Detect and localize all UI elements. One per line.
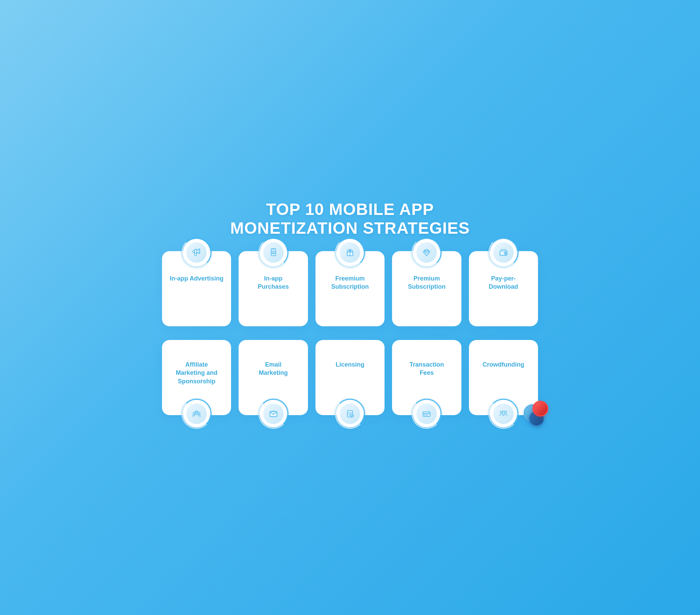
card-affiliate-marketing: AffiliateMarketing andSponsorship xyxy=(162,340,231,415)
icon-wrap-in-app-advertising xyxy=(183,239,210,266)
icon-wrap-premium xyxy=(413,239,440,266)
svg-rect-1 xyxy=(195,254,197,256)
svg-point-19 xyxy=(429,250,430,250)
icon-wrap-in-app-purchases: $ xyxy=(260,239,287,266)
coin-dark-blue xyxy=(529,411,544,426)
svg-point-24 xyxy=(193,412,195,414)
icon-wrap-email xyxy=(260,400,287,427)
icon-wrap-transaction xyxy=(413,400,440,427)
card-label-affiliate: AffiliateMarketing andSponsorship xyxy=(176,354,217,385)
icon-outer xyxy=(490,239,517,266)
svg-text:$: $ xyxy=(502,412,503,414)
icon-outer: $ xyxy=(490,400,517,427)
card-label-email: EmailMarketing xyxy=(259,354,288,377)
svg-rect-6 xyxy=(272,249,274,250)
svg-point-33 xyxy=(350,414,353,417)
card-freemium-subscription: FreemiumSubscription xyxy=(315,251,385,326)
affiliate-group-icon xyxy=(186,403,207,424)
icon-outer xyxy=(336,239,364,266)
icon-wrap-pay-per-download xyxy=(490,239,517,266)
megaphone-icon xyxy=(186,242,207,263)
icon-outer xyxy=(413,239,440,266)
svg-point-21 xyxy=(504,252,507,254)
card-premium-subscription: PremiumSubscription xyxy=(392,251,461,326)
svg-point-2 xyxy=(193,251,195,253)
svg-rect-0 xyxy=(195,249,197,254)
email-star-icon xyxy=(263,403,284,424)
card-crowdfunding: Crowdfunding $ xyxy=(469,340,538,415)
transaction-card-icon xyxy=(416,403,437,424)
svg-point-23 xyxy=(195,411,198,414)
svg-text:$: $ xyxy=(272,252,274,254)
svg-point-10 xyxy=(348,249,349,250)
svg-point-11 xyxy=(352,249,352,250)
license-stamp-icon xyxy=(340,403,360,424)
icon-wrap-licensing xyxy=(336,400,364,427)
card-licensing: Licensing xyxy=(315,340,385,415)
icon-outer: $ xyxy=(260,239,287,266)
svg-point-26 xyxy=(196,411,197,412)
svg-point-39 xyxy=(504,411,507,413)
card-email-marketing: EmailMarketing xyxy=(239,340,308,415)
icon-wrap-crowdfunding: $ xyxy=(490,400,517,427)
icon-wrap-freemium xyxy=(336,239,364,266)
icon-outer xyxy=(183,239,210,266)
svg-rect-37 xyxy=(426,414,428,415)
svg-point-25 xyxy=(198,412,200,414)
svg-rect-34 xyxy=(423,412,430,416)
card-in-app-purchases: $ In-appPurchases xyxy=(239,251,308,326)
gift-sparkle-icon xyxy=(340,242,360,263)
svg-rect-7 xyxy=(347,252,353,255)
coin-decoration xyxy=(517,394,545,422)
card-label-premium: PremiumSubscription xyxy=(408,274,445,291)
svg-rect-8 xyxy=(347,251,353,252)
icon-wrap-affiliate xyxy=(183,400,210,427)
svg-line-16 xyxy=(424,249,425,252)
crowdfunding-people-icon: $ xyxy=(493,403,514,424)
card-label-in-app-advertising: In-app Advertising xyxy=(170,274,224,283)
icon-outer xyxy=(183,400,210,427)
svg-rect-36 xyxy=(424,414,426,415)
svg-point-40 xyxy=(502,410,504,412)
svg-rect-27 xyxy=(270,412,277,417)
svg-point-38 xyxy=(500,411,503,413)
svg-rect-3 xyxy=(271,249,275,256)
svg-marker-28 xyxy=(272,410,274,412)
card-label-freemium: FreemiumSubscription xyxy=(331,274,369,291)
card-label-crowdfunding: Crowdfunding xyxy=(483,354,524,369)
svg-point-18 xyxy=(424,249,425,250)
diamond-icon xyxy=(416,242,437,263)
card-transaction-fees: TransactionFees xyxy=(392,340,461,415)
svg-marker-14 xyxy=(425,249,428,254)
icon-outer xyxy=(336,400,364,427)
svg-marker-13 xyxy=(424,249,430,256)
page-container: TOP 10 MOBILE APP MONETIZATION STRATEGIE… xyxy=(162,200,538,415)
icon-outer xyxy=(413,400,440,427)
card-label-transaction: TransactionFees xyxy=(410,354,444,377)
wallet-download-icon xyxy=(493,242,514,263)
card-label-licensing: Licensing xyxy=(336,354,364,369)
icon-outer xyxy=(260,400,287,427)
svg-rect-20 xyxy=(500,251,507,255)
coin-blue xyxy=(524,404,541,422)
card-in-app-advertising: In-app Advertising xyxy=(162,251,231,326)
bottom-cards-grid: AffiliateMarketing andSponsorship xyxy=(162,340,538,415)
svg-point-4 xyxy=(272,251,275,254)
coin-red xyxy=(533,401,548,416)
svg-rect-29 xyxy=(347,411,352,417)
card-label-in-app-purchases: In-appPurchases xyxy=(258,274,289,291)
svg-line-17 xyxy=(428,249,430,252)
card-label-pay-per-download: Pay-per-Download xyxy=(489,274,518,291)
svg-point-12 xyxy=(352,250,353,251)
page-title: TOP 10 MOBILE APP MONETIZATION STRATEGIE… xyxy=(230,200,470,237)
card-pay-per-download: Pay-per-Download xyxy=(469,251,538,326)
top-cards-grid: In-app Advertising $ In-appPurchases xyxy=(162,251,538,326)
phone-dollar-icon: $ xyxy=(263,242,284,263)
